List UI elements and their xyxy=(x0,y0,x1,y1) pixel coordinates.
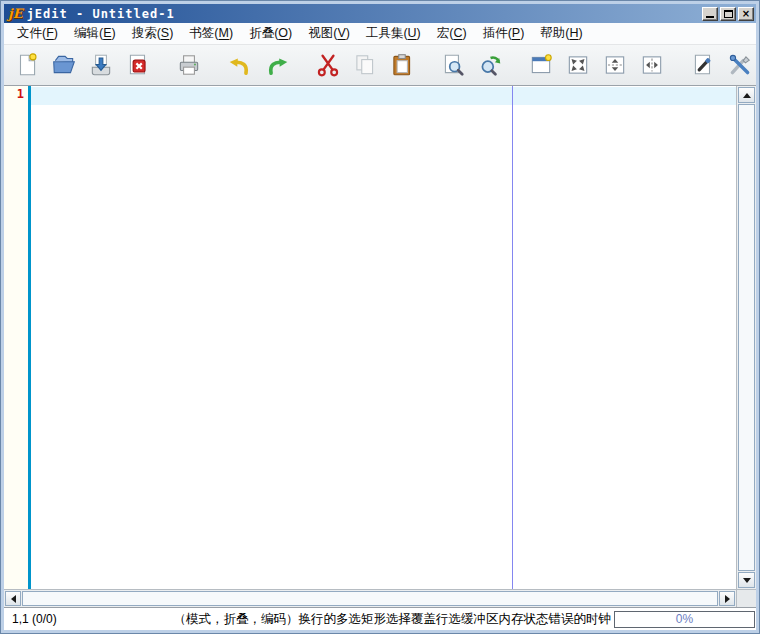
menu-file[interactable]: 文件(F) xyxy=(9,23,66,44)
titlebar[interactable]: jE jEdit - Untitled-1 × xyxy=(4,4,756,23)
wrap-guide-line xyxy=(512,86,513,589)
close-buffer-button[interactable] xyxy=(123,50,153,80)
gutter[interactable]: 1 xyxy=(4,86,28,589)
open-file-icon xyxy=(51,52,77,78)
buffer-options-button[interactable] xyxy=(688,50,718,80)
find-next-icon xyxy=(477,52,503,78)
arrow-left-icon xyxy=(11,595,16,603)
global-options-icon xyxy=(727,52,753,78)
horizontal-scrollbar-thumb[interactable] xyxy=(22,591,718,606)
minimize-icon xyxy=(706,16,714,18)
maximize-button[interactable] xyxy=(720,7,736,21)
current-line-highlight xyxy=(31,87,736,105)
unsplit-button[interactable] xyxy=(563,50,593,80)
split-horizontal-button[interactable] xyxy=(600,50,630,80)
menu-edit[interactable]: 编辑(E) xyxy=(66,23,124,44)
arrow-right-icon xyxy=(725,595,730,603)
minimize-button[interactable] xyxy=(702,7,718,21)
arrow-down-icon xyxy=(743,578,751,583)
new-view-button[interactable] xyxy=(526,50,556,80)
paste-button[interactable] xyxy=(387,50,417,80)
scroll-up-button[interactable] xyxy=(738,87,755,103)
unsplit-icon xyxy=(565,52,591,78)
find-icon xyxy=(440,52,466,78)
print-button[interactable] xyxy=(174,50,204,80)
save-file-button[interactable] xyxy=(86,50,116,80)
jedit-logo-icon: jE xyxy=(8,6,23,21)
undo-icon xyxy=(227,52,253,78)
close-icon: × xyxy=(742,8,750,19)
buffer-options-icon xyxy=(690,52,716,78)
print-icon xyxy=(176,52,202,78)
copy-icon xyxy=(352,52,378,78)
redo-icon xyxy=(264,52,290,78)
scroll-right-button[interactable] xyxy=(719,591,735,606)
new-file-button[interactable] xyxy=(12,50,42,80)
menu-search[interactable]: 搜索(S) xyxy=(124,23,182,44)
vertical-scrollbar[interactable] xyxy=(736,86,756,589)
redo-button[interactable] xyxy=(262,50,292,80)
new-file-icon xyxy=(14,52,40,78)
vertical-scrollbar-thumb[interactable] xyxy=(738,104,755,571)
horizontal-scrollbar[interactable] xyxy=(4,589,736,607)
menu-folding[interactable]: 折叠(O) xyxy=(241,23,300,44)
status-widgets-text: （模式，折叠，编码）换行的多选矩形选择覆盖行选缓冲区内存状态错误的时钟 xyxy=(174,611,612,628)
jedit-window: jE jEdit - Untitled-1 × 文件(F)编辑(E)搜索(S)书… xyxy=(0,0,760,634)
maximize-icon xyxy=(724,10,733,18)
menu-utilities[interactable]: 工具集(U) xyxy=(358,23,429,44)
caret-position-status[interactable]: 1,1 (0/0) xyxy=(4,612,65,626)
window-controls: × xyxy=(702,7,754,21)
text-area[interactable] xyxy=(31,86,736,589)
memory-status[interactable]: 0% xyxy=(614,611,755,628)
close-buffer-icon xyxy=(125,52,151,78)
split-vertical-button[interactable] xyxy=(637,50,667,80)
editor-area: 1 xyxy=(4,86,756,607)
scroll-down-button[interactable] xyxy=(738,572,755,588)
find-next-button[interactable] xyxy=(475,50,505,80)
menu-macros[interactable]: 宏(C) xyxy=(429,23,475,44)
find-button[interactable] xyxy=(438,50,468,80)
save-file-icon xyxy=(88,52,114,78)
statusbar: 1,1 (0/0) （模式，折叠，编码）换行的多选矩形选择覆盖行选缓冲区内存状态… xyxy=(4,607,756,630)
close-button[interactable]: × xyxy=(738,7,754,21)
arrow-up-icon xyxy=(743,93,751,98)
split-vertical-icon xyxy=(639,52,665,78)
cut-icon xyxy=(315,52,341,78)
toolbar: ? xyxy=(4,45,756,86)
new-view-icon xyxy=(528,52,554,78)
split-horizontal-icon xyxy=(602,52,628,78)
menubar: 文件(F)编辑(E)搜索(S)书签(M)折叠(O)视图(V)工具集(U)宏(C)… xyxy=(4,23,756,45)
scroll-left-button[interactable] xyxy=(5,591,21,606)
menu-view[interactable]: 视图(V) xyxy=(300,23,358,44)
line-number: 1 xyxy=(17,87,24,105)
menu-plugins[interactable]: 插件(P) xyxy=(475,23,533,44)
cut-button[interactable] xyxy=(313,50,343,80)
copy-button[interactable] xyxy=(350,50,380,80)
menu-markers[interactable]: 书签(M) xyxy=(181,23,241,44)
paste-icon xyxy=(389,52,415,78)
open-file-button[interactable] xyxy=(49,50,79,80)
global-options-button[interactable] xyxy=(725,50,755,80)
menu-help[interactable]: 帮助(H) xyxy=(532,23,590,44)
window-title: jEdit - Untitled-1 xyxy=(27,7,175,21)
scrollbar-corner xyxy=(736,589,756,607)
undo-button[interactable] xyxy=(225,50,255,80)
